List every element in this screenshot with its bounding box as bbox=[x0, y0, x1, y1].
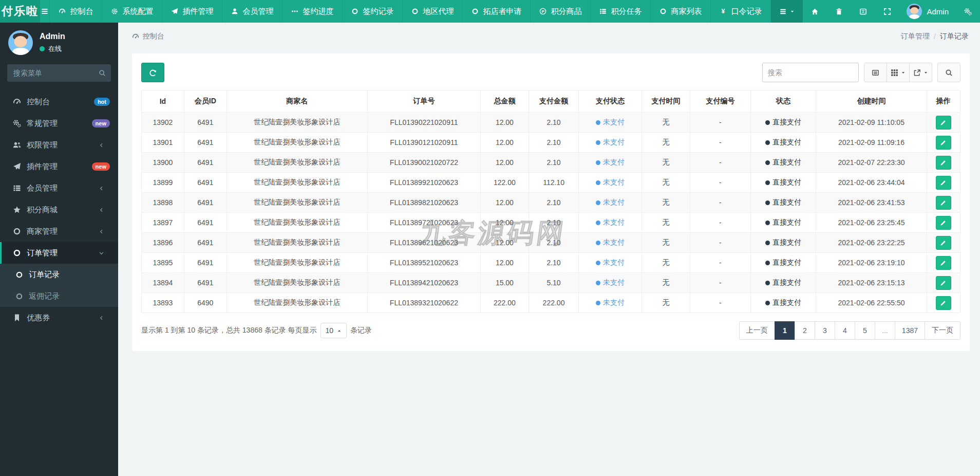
column-header[interactable]: 支付金额 bbox=[529, 90, 578, 113]
cell-actions bbox=[927, 173, 960, 193]
edit-button[interactable] bbox=[936, 236, 951, 250]
table-row: 139016491世纪陆壹捌美妆形象设计店FLL0139012102091112… bbox=[142, 133, 960, 153]
pagination-bar: 显示第 1 到第 10 条记录，总共 13868 条记录 每页显示 10 条记录… bbox=[141, 321, 960, 340]
unpaid-status-dot bbox=[596, 200, 600, 205]
edit-button[interactable] bbox=[936, 156, 951, 170]
topnav-item-5[interactable]: 签约进度 bbox=[282, 0, 343, 23]
cell-pay-time: 无 bbox=[642, 193, 690, 213]
topnav-item-1[interactable]: 控制台 bbox=[50, 0, 102, 23]
edit-button[interactable] bbox=[936, 136, 951, 150]
circle-icon bbox=[15, 271, 23, 279]
breadcrumb-current[interactable]: 控制台 bbox=[143, 32, 164, 41]
column-header[interactable]: 支付编号 bbox=[690, 90, 750, 113]
edit-button[interactable] bbox=[936, 116, 951, 130]
sidebar-item-label: 优惠券 bbox=[27, 313, 99, 323]
topnav-item-3[interactable]: 插件管理 bbox=[162, 0, 222, 23]
page-size-dropdown[interactable]: 10 bbox=[321, 323, 347, 338]
settings-button[interactable] bbox=[956, 0, 980, 23]
topnav-item-4[interactable]: 会员管理 bbox=[222, 0, 282, 23]
fullscreen-button[interactable] bbox=[875, 0, 899, 23]
topnav-item-7[interactable]: 地区代理 bbox=[403, 0, 463, 23]
topnav-item-12[interactable]: ¥口令记录 bbox=[711, 0, 771, 23]
breadcrumb-parent[interactable]: 订单管理 bbox=[901, 32, 930, 41]
sidebar-subitem-2[interactable]: 返佣记录 bbox=[0, 285, 118, 307]
edit-button[interactable] bbox=[936, 256, 951, 270]
sidebar-item-2[interactable]: 常规管理new bbox=[0, 113, 118, 134]
page-button[interactable]: 4 bbox=[835, 321, 855, 340]
edit-button[interactable] bbox=[936, 216, 951, 230]
advanced-search-button[interactable] bbox=[937, 63, 960, 82]
topnav-item-2[interactable]: 系统配置 bbox=[102, 0, 162, 23]
cogs-icon bbox=[964, 8, 972, 15]
columns-dropdown-button[interactable] bbox=[887, 63, 910, 82]
sidebar-item-9[interactable]: 优惠券 bbox=[0, 307, 118, 328]
page-prev-button[interactable]: 上一页 bbox=[739, 321, 775, 340]
column-header[interactable]: 状态 bbox=[750, 90, 816, 113]
edit-button[interactable] bbox=[936, 176, 951, 190]
cell-merchant: 世纪陆壹捌美妆形象设计店 bbox=[227, 233, 367, 253]
cell-merchant: 世纪陆壹捌美妆形象设计店 bbox=[227, 193, 367, 213]
edit-button[interactable] bbox=[936, 196, 951, 210]
language-button[interactable]: 文 bbox=[851, 0, 875, 23]
cell-pay-time: 无 bbox=[642, 233, 690, 253]
sidebar-toggle-button[interactable] bbox=[40, 0, 50, 23]
edit-button[interactable] bbox=[936, 276, 951, 290]
clear-cache-button[interactable] bbox=[827, 0, 851, 23]
page-button[interactable]: 5 bbox=[855, 321, 875, 340]
user-menu-label: Admin bbox=[927, 7, 949, 16]
page-button[interactable]: 1387 bbox=[895, 321, 925, 340]
column-header[interactable]: 会员ID bbox=[184, 90, 227, 113]
column-header[interactable]: 支付时间 bbox=[642, 90, 690, 113]
export-dropdown-button[interactable] bbox=[909, 63, 932, 82]
column-header[interactable]: 商家名 bbox=[227, 90, 367, 113]
page-next-button[interactable]: 下一页 bbox=[925, 321, 960, 340]
avatar bbox=[907, 4, 922, 19]
user-menu[interactable]: Admin bbox=[899, 0, 956, 23]
pay-status-label: 未支付 bbox=[603, 198, 625, 206]
cell-pay-no: - bbox=[690, 133, 750, 153]
edit-button[interactable] bbox=[936, 296, 951, 310]
cell-id: 13893 bbox=[142, 293, 184, 313]
sidebar-item-1[interactable]: 控制台hot bbox=[0, 91, 118, 113]
table-search-input[interactable] bbox=[762, 63, 859, 82]
sidebar-item-7[interactable]: 商家管理 bbox=[0, 221, 118, 242]
cell-order-no: FLL01390121020911 bbox=[367, 133, 480, 153]
column-header[interactable]: 总金额 bbox=[480, 90, 529, 113]
topnav-item-6[interactable]: 签约记录 bbox=[343, 0, 403, 23]
detail-view-button[interactable] bbox=[864, 63, 887, 82]
sidebar-subitem-1[interactable]: 订单记录 bbox=[0, 264, 118, 285]
top-nav-menu: 控制台系统配置插件管理会员管理签约进度签约记录地区代理拓店者申请P积分商品积分任… bbox=[50, 0, 771, 23]
column-header[interactable]: 创建时间 bbox=[816, 90, 927, 113]
pay-type-dot bbox=[765, 221, 770, 225]
page-button[interactable]: 3 bbox=[815, 321, 835, 340]
column-header[interactable]: 操作 bbox=[927, 90, 960, 113]
topnav-item-8[interactable]: 拓店者申请 bbox=[463, 0, 531, 23]
column-header[interactable]: 支付状态 bbox=[579, 90, 642, 113]
sidebar-item-label: 会员管理 bbox=[27, 184, 99, 193]
nav-overflow-dropdown[interactable] bbox=[771, 0, 803, 23]
cell-status: 直接支付 bbox=[750, 293, 816, 313]
status-label: 直接支付 bbox=[772, 238, 801, 246]
cell-paid: 2.10 bbox=[529, 213, 578, 233]
refresh-button[interactable] bbox=[141, 63, 164, 82]
cell-paid: 2.10 bbox=[529, 193, 578, 213]
topnav-item-10[interactable]: 积分任务 bbox=[591, 0, 651, 23]
menu-search-input[interactable] bbox=[7, 64, 111, 82]
sidebar-item-8[interactable]: 订单管理 bbox=[0, 242, 118, 264]
sidebar-item-6[interactable]: 积分商城 bbox=[0, 199, 118, 221]
cell-order-no: FLL01390221020911 bbox=[367, 113, 480, 133]
topnav-item-9[interactable]: P积分商品 bbox=[531, 0, 591, 23]
topnav-item-11[interactable]: 商家列表 bbox=[651, 0, 711, 23]
cell-total: 12.00 bbox=[480, 153, 529, 173]
cell-pay-no: - bbox=[690, 113, 750, 133]
column-header[interactable]: 订单号 bbox=[367, 90, 480, 113]
column-header[interactable]: Id bbox=[142, 90, 184, 113]
home-button[interactable] bbox=[803, 0, 827, 23]
cell-total: 12.00 bbox=[480, 133, 529, 153]
sidebar-item-3[interactable]: 权限管理 bbox=[0, 134, 118, 156]
sidebar-item-4[interactable]: 插件管理new bbox=[0, 156, 118, 177]
topnav-item-label: 会员管理 bbox=[242, 7, 273, 16]
page-button[interactable]: 1 bbox=[775, 321, 795, 340]
sidebar-item-5[interactable]: 会员管理 bbox=[0, 177, 118, 199]
page-button[interactable]: 2 bbox=[795, 321, 815, 340]
